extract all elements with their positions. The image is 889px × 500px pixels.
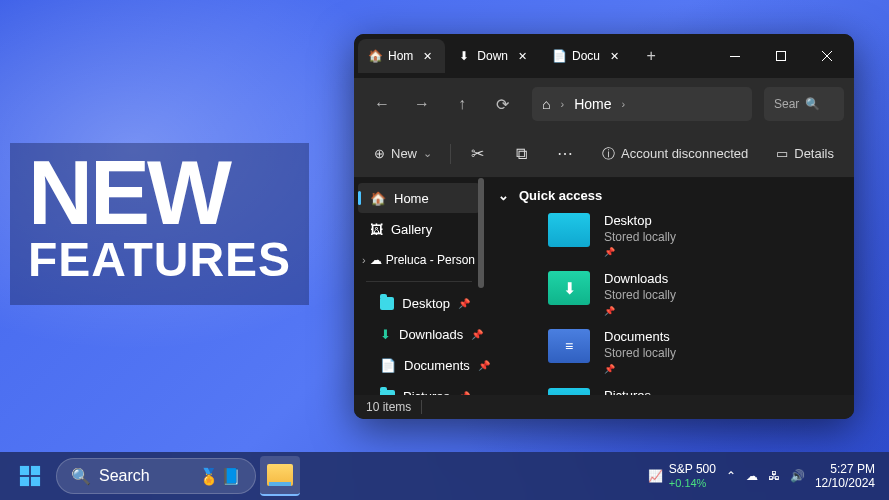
chevron-right-icon[interactable]: › [560, 98, 564, 110]
file-explorer-window: 🏠 Hom ✕ ⬇ Down ✕ 📄 Docu ✕ + ← → ↑ ⟳ ⌂ › … [354, 34, 854, 419]
overlay-line1: NEW [28, 155, 291, 232]
search-placeholder: Sear [774, 97, 799, 111]
pin-icon: 📌 [478, 360, 490, 371]
sidebar-item-label: Desktop [402, 296, 450, 311]
maximize-button[interactable] [758, 36, 804, 76]
search-icon: 🔍 [71, 467, 91, 486]
tab-label: Hom [388, 49, 413, 63]
navigation-pane: 🏠 Home 🖼 Gallery › ☁ Preluca - Person De… [354, 178, 484, 395]
document-icon: 📄 [380, 358, 396, 373]
sidebar-item-label: Downloads [399, 327, 463, 342]
close-icon[interactable]: ✕ [514, 48, 530, 64]
clock-time: 5:27 PM [815, 462, 875, 476]
quick-access-pictures[interactable]: Pictures [498, 388, 840, 395]
home-icon: 🏠 [368, 49, 382, 63]
start-button[interactable] [10, 456, 50, 496]
chevron-down-icon: ⌄ [498, 188, 509, 203]
status-bar: 10 items [354, 395, 854, 419]
item-name: Downloads [604, 271, 676, 288]
titlebar[interactable]: 🏠 Hom ✕ ⬇ Down ✕ 📄 Docu ✕ + [354, 34, 854, 78]
tab-documents[interactable]: 📄 Docu ✕ [542, 39, 632, 73]
item-sub: Stored locally [604, 288, 676, 304]
account-status-label: Account disconnected [621, 146, 748, 161]
taskbar-app-explorer[interactable] [260, 456, 300, 496]
section-title: Quick access [519, 188, 602, 203]
navigation-bar: ← → ↑ ⟳ ⌂ › Home › Sear 🔍 [354, 78, 854, 130]
minimize-button[interactable] [712, 36, 758, 76]
chevron-right-icon[interactable]: › [362, 254, 366, 266]
quick-access-desktop[interactable]: Desktop Stored locally 📌 [498, 213, 840, 259]
tab-downloads[interactable]: ⬇ Down ✕ [447, 39, 540, 73]
quick-access-header[interactable]: ⌄ Quick access [498, 188, 840, 203]
home-icon: 🏠 [370, 191, 386, 206]
quick-access-downloads[interactable]: ⬇ Downloads Stored locally 📌 [498, 271, 840, 317]
search-label: Search [99, 467, 150, 485]
tray-overflow-button[interactable]: ⌃ [726, 469, 736, 483]
item-name: Documents [604, 329, 676, 346]
document-icon: 📄 [552, 49, 566, 63]
onedrive-icon[interactable]: ☁ [746, 469, 758, 483]
network-icon[interactable]: 🖧 [768, 469, 780, 483]
svg-rect-5 [31, 477, 40, 486]
address-location: Home [574, 96, 611, 112]
cut-button[interactable]: ✂ [459, 138, 495, 170]
item-name: Desktop [604, 213, 676, 230]
sidebar-item-gallery[interactable]: 🖼 Gallery [358, 214, 480, 244]
svg-rect-4 [20, 477, 29, 486]
sidebar-item-home[interactable]: 🏠 Home [358, 183, 480, 213]
up-button[interactable]: ↑ [444, 86, 480, 122]
sidebar-item-downloads[interactable]: ⬇ Downloads 📌 [358, 319, 480, 349]
details-label: Details [794, 146, 834, 161]
address-bar[interactable]: ⌂ › Home › [532, 87, 752, 121]
content-pane[interactable]: ⌄ Quick access Desktop Stored locally 📌 … [484, 178, 854, 395]
taskbar-clock[interactable]: 5:27 PM 12/10/2024 [815, 462, 879, 491]
tab-label: Down [477, 49, 508, 63]
sidebar-item-desktop[interactable]: Desktop 📌 [358, 288, 480, 318]
forward-button[interactable]: → [404, 86, 440, 122]
close-icon[interactable]: ✕ [606, 48, 622, 64]
svg-rect-2 [20, 466, 29, 475]
item-sub: Stored locally [604, 230, 676, 246]
gallery-icon: 🖼 [370, 222, 383, 237]
item-sub: Stored locally [604, 346, 676, 362]
more-button[interactable]: ⋯ [547, 138, 583, 170]
back-button[interactable]: ← [364, 86, 400, 122]
sidebar-item-onedrive[interactable]: › ☁ Preluca - Person [354, 245, 484, 275]
chevron-right-icon[interactable]: › [622, 98, 626, 110]
svg-rect-1 [777, 52, 786, 61]
plus-circle-icon: ⊕ [374, 146, 385, 161]
new-tab-button[interactable]: + [634, 47, 668, 65]
quick-access-documents[interactable]: ≡ Documents Stored locally 📌 [498, 329, 840, 375]
promo-overlay: NEW FEATURES [10, 143, 309, 305]
folder-icon: ≡ [548, 329, 590, 363]
copy-button[interactable]: ⧉ [503, 138, 539, 170]
tab-label: Docu [572, 49, 600, 63]
sidebar-item-label: Home [394, 191, 429, 206]
taskbar-search[interactable]: 🔍 Search 🏅 📘 [56, 458, 256, 494]
sidebar-item-documents[interactable]: 📄 Documents 📌 [358, 350, 480, 380]
pin-icon: 📌 [471, 329, 483, 340]
chevron-down-icon: ⌄ [423, 147, 432, 160]
widget-stock[interactable]: 📈 S&P 500 +0.14% [648, 463, 716, 488]
svg-rect-3 [31, 466, 40, 475]
sidebar-item-label: Documents [404, 358, 470, 373]
tab-home[interactable]: 🏠 Hom ✕ [358, 39, 445, 73]
taskbar: 🔍 Search 🏅 📘 📈 S&P 500 +0.14% ⌃ ☁ 🖧 🔊 5:… [0, 452, 889, 500]
home-icon: ⌂ [542, 96, 550, 112]
refresh-button[interactable]: ⟳ [484, 86, 520, 122]
details-button[interactable]: ▭ Details [766, 138, 844, 170]
scrollbar[interactable] [478, 178, 484, 288]
close-icon[interactable]: ✕ [419, 48, 435, 64]
search-icon: 🔍 [805, 97, 820, 111]
new-label: New [391, 146, 417, 161]
chart-up-icon: 📈 [648, 469, 663, 483]
new-button[interactable]: ⊕ New ⌄ [364, 138, 442, 170]
sidebar-item-pictures[interactable]: Pictures 📌 [358, 381, 480, 395]
sidebar-item-label: Pictures [403, 389, 450, 396]
pin-icon: 📌 [604, 247, 676, 259]
account-status[interactable]: ⓘ Account disconnected [592, 138, 758, 170]
item-name: Pictures [604, 388, 651, 395]
volume-icon[interactable]: 🔊 [790, 469, 805, 483]
close-button[interactable] [804, 36, 850, 76]
search-input[interactable]: Sear 🔍 [764, 87, 844, 121]
